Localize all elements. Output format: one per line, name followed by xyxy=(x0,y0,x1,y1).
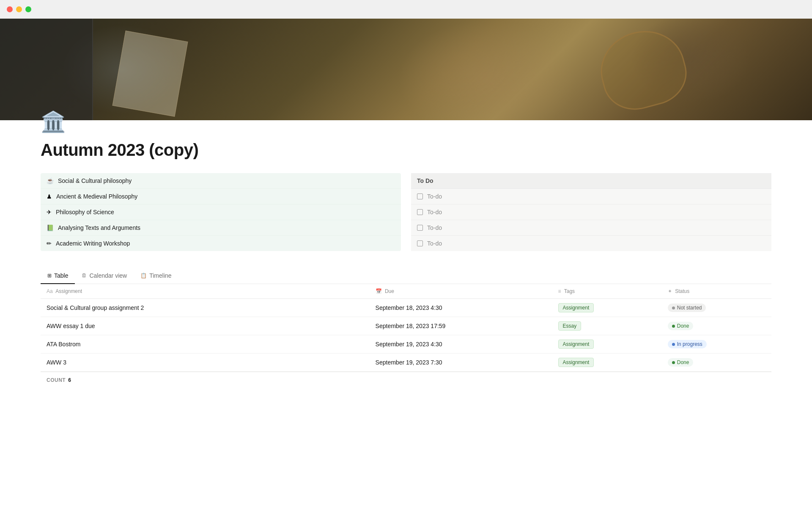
course-icon-ancient: ♟ xyxy=(47,193,52,200)
todo-item-4[interactable]: To-do xyxy=(411,236,771,251)
overview-section: ☕ Social & Cultural philosophy ♟ Ancient… xyxy=(41,173,771,251)
table-row[interactable]: ATA Bostrom September 19, 2023 4:30 Assi… xyxy=(41,335,771,353)
course-icon-writing: ✏ xyxy=(47,240,52,247)
course-icon-analysing: 📗 xyxy=(47,224,54,231)
table-row[interactable]: AWW essay 1 due September 18, 2023 17:59… xyxy=(41,317,771,335)
course-item-philosophy-science[interactable]: ✈ Philosophy of Science xyxy=(41,204,401,220)
table-footer: COUNT 6 xyxy=(41,372,771,388)
table-row[interactable]: Social & Cultural group assignment 2 Sep… xyxy=(41,299,771,317)
course-name-analysing: Analysing Texts and Arguments xyxy=(58,224,140,231)
status-badge: Not started xyxy=(668,304,706,312)
row-4-tags: Assignment xyxy=(552,353,662,372)
row-1-due: September 18, 2023 4:30 xyxy=(370,299,552,317)
col-header-due: 📅 Due xyxy=(370,284,552,299)
tab-calendar-label: Calendar view xyxy=(89,272,127,279)
building-icon: 🏛️ xyxy=(41,112,812,132)
row-4-name: AWW 3 xyxy=(41,353,370,372)
course-name-philosophy: Philosophy of Science xyxy=(56,209,114,215)
todo-text-2: To-do xyxy=(427,209,442,215)
todo-item-3[interactable]: To-do xyxy=(411,220,771,236)
tag-badge: Assignment xyxy=(558,303,594,312)
row-1-status: Not started xyxy=(662,299,771,317)
name-col-icon: Aa xyxy=(47,288,53,294)
row-2-status: Done xyxy=(662,317,771,335)
course-icon-social: ☕ xyxy=(47,177,54,184)
tag-badge: Assignment xyxy=(558,340,594,349)
tab-timeline-label: Timeline xyxy=(149,272,171,279)
col-header-name: Aa Assignment xyxy=(41,284,370,299)
status-dot xyxy=(672,343,675,346)
course-list: ☕ Social & Cultural philosophy ♟ Ancient… xyxy=(41,173,401,251)
tag-badge: Assignment xyxy=(558,358,594,367)
titlebar xyxy=(0,0,812,19)
timeline-icon: 📋 xyxy=(140,273,147,279)
todo-list: To Do To-do To-do To-do To-do xyxy=(411,173,771,251)
todo-header: To Do xyxy=(411,173,771,189)
assignments-table: Aa Assignment 📅 Due ≡ Tags ✦ Status xyxy=(41,284,771,372)
todo-item-1[interactable]: To-do xyxy=(411,189,771,204)
page-title: Autumn 2023 (copy) xyxy=(41,141,771,160)
course-icon-philosophy: ✈ xyxy=(47,209,52,215)
col-header-status: ✦ Status xyxy=(662,284,771,299)
calendar-icon: 🗓 xyxy=(82,273,87,279)
minimize-button[interactable] xyxy=(16,6,22,12)
todo-checkbox-3[interactable] xyxy=(417,225,423,231)
course-name-social: Social & Cultural philosophy xyxy=(58,177,132,184)
row-3-status: In progress xyxy=(662,335,771,353)
row-1-tags: Assignment xyxy=(552,299,662,317)
row-1-name: Social & Cultural group assignment 2 xyxy=(41,299,370,317)
todo-text-1: To-do xyxy=(427,193,442,200)
close-button[interactable] xyxy=(7,6,13,12)
tags-col-icon: ≡ xyxy=(558,288,561,294)
tab-timeline[interactable]: 📋 Timeline xyxy=(134,268,178,284)
row-3-due: September 19, 2023 4:30 xyxy=(370,335,552,353)
maximize-button[interactable] xyxy=(25,6,31,12)
row-4-due: September 19, 2023 7:30 xyxy=(370,353,552,372)
count-label: COUNT xyxy=(47,377,66,383)
row-2-tags: Essay xyxy=(552,317,662,335)
course-name-ancient: Ancient & Medieval Philosophy xyxy=(56,193,137,200)
row-3-tags: Assignment xyxy=(552,335,662,353)
row-2-name: AWW essay 1 due xyxy=(41,317,370,335)
row-4-status: Done xyxy=(662,353,771,372)
course-name-writing: Academic Writing Workshop xyxy=(56,240,130,247)
hero-image xyxy=(0,19,812,120)
tab-calendar[interactable]: 🗓 Calendar view xyxy=(75,268,134,284)
status-dot xyxy=(672,306,675,309)
tab-table[interactable]: ⊞ Table xyxy=(41,268,75,284)
status-col-icon: ✦ xyxy=(668,288,672,294)
row-2-due: September 18, 2023 17:59 xyxy=(370,317,552,335)
count-value: 6 xyxy=(68,377,71,383)
course-item-academic-writing[interactable]: ✏ Academic Writing Workshop xyxy=(41,236,401,251)
todo-text-3: To-do xyxy=(427,224,442,231)
status-dot xyxy=(672,361,675,364)
todo-item-2[interactable]: To-do xyxy=(411,204,771,220)
page-icon-area: 🏛️ xyxy=(0,112,812,132)
todo-checkbox-4[interactable] xyxy=(417,240,423,246)
main-content: Autumn 2023 (copy) ☕ Social & Cultural p… xyxy=(0,141,812,405)
due-col-icon: 📅 xyxy=(376,288,382,294)
status-badge: Done xyxy=(668,358,694,367)
table-icon: ⊞ xyxy=(47,273,52,279)
course-item-ancient-medieval[interactable]: ♟ Ancient & Medieval Philosophy xyxy=(41,189,401,204)
todo-checkbox-2[interactable] xyxy=(417,209,423,215)
table-row[interactable]: AWW 3 September 19, 2023 7:30 Assignment… xyxy=(41,353,771,372)
status-badge: In progress xyxy=(668,340,707,348)
course-item-social-cultural[interactable]: ☕ Social & Cultural philosophy xyxy=(41,173,401,189)
tag-badge: Essay xyxy=(558,321,582,331)
status-badge: Done xyxy=(668,322,694,330)
todo-text-4: To-do xyxy=(427,240,442,247)
todo-checkbox-1[interactable] xyxy=(417,193,423,199)
tab-table-label: Table xyxy=(54,272,68,279)
tab-bar: ⊞ Table 🗓 Calendar view 📋 Timeline xyxy=(41,268,771,284)
col-header-tags: ≡ Tags xyxy=(552,284,662,299)
status-dot xyxy=(672,325,675,328)
row-3-name: ATA Bostrom xyxy=(41,335,370,353)
course-item-analysing-texts[interactable]: 📗 Analysing Texts and Arguments xyxy=(41,220,401,236)
